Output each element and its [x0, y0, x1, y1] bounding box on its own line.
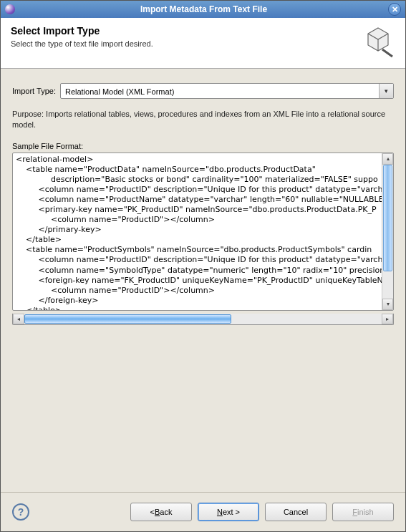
- purpose-text: Purpose: Imports relational tables, view…: [12, 109, 394, 130]
- help-button[interactable]: ?: [12, 503, 29, 521]
- wizard-icon: [361, 25, 395, 59]
- sample-format-box: <relational-model> <table name="ProductD…: [12, 153, 394, 311]
- wizard-content: Import Type: Relational Model (XML Forma…: [1, 69, 405, 492]
- sample-format-text[interactable]: <relational-model> <table name="ProductD…: [13, 153, 382, 310]
- import-type-combo[interactable]: Relational Model (XML Format) ▾: [60, 83, 394, 99]
- titlebar: Import Metadata From Text File ✕: [1, 1, 405, 18]
- finish-mnemonic: F: [352, 508, 357, 516]
- wizard-header-text: Select Import Type Select the type of te…: [11, 25, 355, 48]
- import-type-selected: Relational Model (XML Format): [61, 84, 379, 98]
- close-icon: ✕: [392, 5, 398, 14]
- next-mnemonic: N: [217, 508, 223, 516]
- back-mnemonic: B: [155, 508, 160, 516]
- import-type-label: Import Type:: [12, 87, 56, 95]
- scroll-down-icon[interactable]: ▾: [382, 299, 393, 310]
- finish-button: Finish: [332, 503, 394, 521]
- scroll-left-icon[interactable]: ◂: [13, 314, 24, 324]
- page-subtitle: Select the type of text file import desi…: [11, 39, 355, 48]
- hscroll-thumb[interactable]: [24, 314, 231, 324]
- sample-format-label: Sample File Format:: [12, 142, 394, 150]
- page-title: Select Import Type: [11, 25, 355, 37]
- cancel-button[interactable]: Cancel: [265, 503, 327, 521]
- hscroll-track[interactable]: [24, 314, 382, 324]
- cancel-label: Cancel: [284, 508, 308, 516]
- back-button[interactable]: < Back: [130, 503, 192, 521]
- button-bar: ? < Back Next > Cancel Finish: [1, 492, 405, 531]
- next-suffix: ext >: [223, 508, 240, 516]
- import-type-row: Import Type: Relational Model (XML Forma…: [12, 83, 394, 99]
- finish-suffix: inish: [357, 508, 374, 516]
- horizontal-scrollbar[interactable]: ◂ ▸: [12, 314, 394, 325]
- vscroll-thumb[interactable]: [383, 165, 392, 272]
- scroll-up-icon[interactable]: ▴: [382, 153, 393, 165]
- back-suffix: ack: [160, 508, 172, 516]
- app-icon: [5, 4, 15, 14]
- scroll-right-icon[interactable]: ▸: [382, 314, 393, 324]
- content-spacer: [12, 329, 394, 486]
- next-button[interactable]: Next >: [198, 503, 259, 521]
- vertical-scrollbar[interactable]: ▴ ▾: [382, 153, 393, 310]
- help-icon: ?: [18, 506, 24, 518]
- close-button[interactable]: ✕: [388, 3, 401, 16]
- vscroll-track[interactable]: [382, 165, 393, 299]
- chevron-down-icon[interactable]: ▾: [379, 84, 393, 98]
- window-title: Import Metadata From Text File: [19, 4, 388, 14]
- wizard-header: Select Import Type Select the type of te…: [1, 18, 405, 69]
